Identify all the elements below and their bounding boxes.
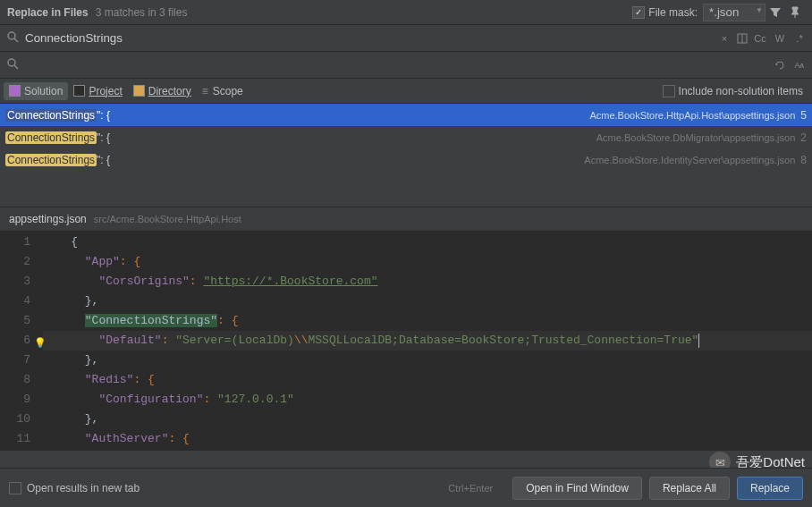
scope-custom[interactable]: ≡ Scope	[197, 82, 249, 100]
editor-header: appsettings.json src/Acme.BookStore.Http…	[0, 207, 812, 231]
folder-icon	[133, 85, 145, 97]
search-icon	[4, 30, 21, 46]
filter-icon[interactable]	[765, 3, 785, 22]
file-mask-toggle[interactable]: ✓ File mask:	[632, 6, 698, 19]
result-row[interactable]: ConnectionStrings": { Acme.BookStore.Htt…	[0, 104, 812, 126]
result-row[interactable]: ConnectionStrings": { Acme.BookStore.Ide…	[0, 148, 812, 171]
editor-filename: appsettings.json	[9, 213, 87, 225]
search-field-row: × Cc W .*	[0, 25, 812, 52]
checkbox-checked-icon: ✓	[632, 6, 645, 19]
file-mask-input[interactable]	[703, 4, 765, 21]
search-icon	[4, 57, 21, 72]
dialog-title: Replace in Files	[7, 6, 89, 19]
regex-toggle[interactable]: .*	[791, 30, 808, 47]
search-input[interactable]	[21, 28, 715, 48]
replace-all-button[interactable]: Replace All	[649, 477, 730, 500]
project-icon	[73, 85, 85, 97]
file-mask-combo[interactable]: ▼	[703, 4, 765, 21]
replace-button[interactable]: Replace	[737, 477, 803, 500]
history-icon[interactable]	[735, 30, 749, 47]
solution-icon	[9, 85, 21, 97]
match-summary: 3 matches in 3 files	[96, 6, 188, 19]
dialog-header: Replace in Files 3 matches in 3 files ✓ …	[0, 0, 812, 25]
scope-project[interactable]: Project	[68, 82, 127, 100]
replace-input[interactable]	[21, 55, 771, 75]
svg-line-5	[14, 65, 18, 69]
scope-directory[interactable]: Directory	[128, 82, 197, 100]
checkbox-empty-icon	[9, 482, 21, 494]
text-size-icon[interactable]: Aᴀ	[791, 56, 808, 74]
result-row[interactable]: ConnectionStrings": { Acme.BookStore.DbM…	[0, 126, 812, 148]
svg-point-4	[8, 59, 15, 66]
dialog-footer: Open results in new tab Ctrl+Enter Open …	[0, 468, 812, 507]
scope-lines-icon: ≡	[202, 85, 209, 97]
scope-toolbar: Solution Project Directory ≡ Scope Inclu…	[0, 79, 812, 104]
keyboard-hint: Ctrl+Enter	[448, 483, 493, 494]
scope-solution[interactable]: Solution	[4, 82, 68, 100]
match-case-toggle[interactable]: Cc	[751, 30, 769, 47]
replace-field-row: Aᴀ	[0, 52, 812, 79]
open-in-find-window-button[interactable]: Open in Find Window	[512, 477, 642, 500]
results-list: ConnectionStrings": { Acme.BookStore.Htt…	[0, 104, 812, 171]
editor-path: src/Acme.BookStore.HttpApi.Host	[94, 214, 241, 224]
preserve-case-toggle[interactable]	[771, 56, 789, 74]
pin-icon[interactable]	[785, 3, 805, 22]
open-new-tab-toggle[interactable]: Open results in new tab	[9, 482, 140, 494]
whole-word-toggle[interactable]: W	[771, 30, 789, 47]
svg-point-0	[8, 32, 15, 39]
include-non-solution-toggle[interactable]: Include non-solution items	[663, 85, 803, 97]
file-mask-label: File mask:	[648, 6, 698, 19]
checkbox-empty-icon	[663, 85, 675, 97]
svg-line-1	[14, 38, 18, 42]
clear-icon[interactable]: ×	[715, 30, 733, 47]
code-preview[interactable]: 1 { 2 "App": { 3 "CorsOrigins": "https:/…	[0, 231, 812, 451]
